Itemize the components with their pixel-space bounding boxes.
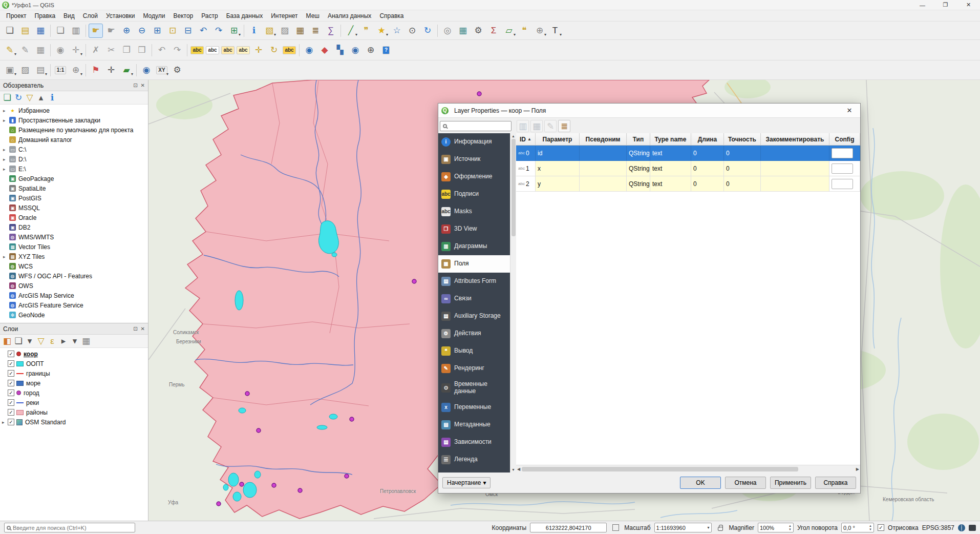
browser-item-ows[interactable]: ◍OWS	[0, 281, 148, 291]
properties-tab-labels[interactable]: abcПодписи	[438, 186, 510, 203]
layer-checkbox[interactable]: ✓	[8, 419, 14, 425]
new-print-layout-button[interactable]: ❏	[53, 24, 68, 38]
browser-item-postgis[interactable]: ▣PostGIS	[0, 193, 148, 203]
current-edits-button[interactable]: ✎▾	[3, 43, 17, 57]
browser-item-oracle[interactable]: ▣Oracle	[0, 213, 148, 222]
python-console-button[interactable]: ▚	[333, 43, 347, 57]
sum-features-button[interactable]: Σ	[486, 24, 501, 38]
save-edits-button[interactable]: ▦	[33, 43, 48, 57]
properties-tab-symbology[interactable]: ◈Оформление	[438, 168, 510, 186]
browser-item-drive[interactable]: ▸▭C:\	[0, 145, 148, 154]
browser-item-drive[interactable]: ▸▭E:\	[0, 164, 148, 174]
toggle-multiedit-button[interactable]: ▥	[517, 120, 529, 132]
zoom-to-selection-button[interactable]: ⊡	[165, 24, 180, 38]
filter-by-expression-button[interactable]: ε	[47, 336, 57, 346]
new-bookmark-button[interactable]: ★▾	[374, 24, 389, 38]
layer-item-коор[interactable]: ✓коор	[0, 349, 148, 359]
dialog-close-button[interactable]: ✕	[842, 107, 857, 114]
collapse-all-button[interactable]: ▴	[36, 93, 46, 103]
properties-tab-joins[interactable]: ∞Связи	[438, 290, 510, 307]
new-map-view-button[interactable]: ⊞▾	[227, 24, 241, 38]
globe-icon[interactable]	[958, 524, 965, 531]
properties-tab-fields[interactable]: ▦Поля	[438, 255, 510, 273]
menu-Модули[interactable]: Модули	[139, 11, 169, 21]
new-field-button[interactable]: ▦	[530, 120, 543, 132]
field-name-cell[interactable]: y	[536, 176, 580, 192]
extent-toggle-icon[interactable]	[610, 523, 621, 533]
properties-tab-source[interactable]: ▣Источник	[438, 151, 510, 168]
refresh-map-button[interactable]: ↻	[420, 24, 435, 38]
options-wrench-button[interactable]: ⚙	[170, 63, 184, 77]
zoom-native-button[interactable]: 1:1	[53, 63, 68, 77]
processing-toolbox-button[interactable]: ⚙	[471, 24, 485, 38]
deselect-features-button[interactable]: ▨	[278, 24, 292, 38]
globe-tool-button[interactable]: ◉	[348, 43, 363, 57]
column-header-Закомментировать[interactable]: Закомментировать	[761, 133, 829, 146]
menu-Анализ данных[interactable]: Анализ данных	[324, 11, 375, 21]
pin-labels-button[interactable]: abc	[221, 43, 235, 57]
style-manager-button[interactable]: ◆	[317, 43, 332, 57]
field-comment-cell[interactable]	[761, 176, 829, 192]
menu-Интернет[interactable]: Интернет	[267, 11, 302, 21]
coordinate-xy-button[interactable]: XY▾	[155, 63, 169, 77]
help-button[interactable]: Справка	[815, 477, 856, 489]
measure-area-button[interactable]: ▱▾	[502, 24, 516, 38]
scroll-right-icon[interactable]: ▶	[856, 467, 859, 471]
crs-status[interactable]: EPSG:3857	[922, 524, 954, 531]
layer-item-границы[interactable]: ✓границы	[0, 368, 148, 378]
browser-item-wcs[interactable]: ◍WCS	[0, 261, 148, 271]
column-header-Тип[interactable]: Тип	[627, 133, 650, 146]
browser-properties-button[interactable]: ℹ	[47, 93, 57, 103]
style-menu-button[interactable]: Начертание ▾	[442, 477, 491, 488]
magnifier-tool-button[interactable]: ⊕▾	[69, 63, 83, 77]
properties-tab-qgis-server[interactable]: QQGIS Server	[438, 468, 510, 473]
zoom-out-button[interactable]: ⊖	[135, 24, 149, 38]
properties-tab-attributes-form[interactable]: ▤Attributes Form	[438, 273, 510, 290]
save-project-button[interactable]: ▦	[33, 24, 48, 38]
scroll-up-icon[interactable]: ▲	[512, 134, 515, 138]
change-label-button[interactable]: abc	[282, 43, 296, 57]
browser-item-arcgis-map[interactable]: ◍ArcGIS Map Service	[0, 291, 148, 300]
field-type-cell[interactable]: QString	[627, 146, 650, 161]
field-alias-cell[interactable]	[580, 161, 627, 176]
open-attribute-table-button[interactable]: ▦	[293, 24, 307, 38]
annotation-button[interactable]: ❝	[517, 24, 531, 38]
rotation-spinbox[interactable]: 0,0 ° ▲▼	[841, 523, 874, 532]
properties-tab-legend[interactable]: ☰Легенда	[438, 451, 510, 468]
undo-button[interactable]: ↶	[155, 43, 169, 57]
layer-checkbox[interactable]: ✓	[8, 360, 14, 367]
field-name-cell[interactable]: id	[536, 146, 580, 161]
new-shapefile-layer-button[interactable]: ▰▾	[119, 63, 134, 77]
browser-item-arcgis-feature[interactable]: ◍ArcGIS Feature Service	[0, 300, 148, 310]
dialog-search-input[interactable]	[440, 121, 512, 131]
move-label-button[interactable]: ✛	[251, 43, 266, 57]
browser-item-geopackage[interactable]: ▣GeoPackage	[0, 174, 148, 183]
properties-tab-auxiliary-storage[interactable]: ▤Auxiliary Storage	[438, 307, 510, 325]
field-alias-cell[interactable]	[580, 176, 627, 192]
scrollbar-thumb[interactable]	[512, 139, 516, 236]
column-header-Параметр[interactable]: Параметр	[536, 133, 580, 146]
messages-icon[interactable]	[969, 525, 976, 531]
properties-tab-metadata[interactable]: ▤Метаданные	[438, 416, 510, 434]
properties-tab-temporal[interactable]: ⊙Временные данные	[438, 377, 510, 399]
column-header-Config[interactable]: Config	[829, 133, 860, 146]
menu-Вектор[interactable]: Вектор	[169, 11, 197, 21]
new-project-button[interactable]: ❏	[3, 24, 17, 38]
close-button[interactable]: ✕	[957, 0, 980, 10]
expand-arrow-icon[interactable]: ▸	[2, 420, 8, 425]
field-comment-cell[interactable]	[761, 161, 829, 176]
properties-tab-masks[interactable]: abcMasks	[438, 203, 510, 220]
layer-item-ООПТ[interactable]: ✓ООПТ	[0, 359, 148, 368]
browser-item-wfs[interactable]: ◍WFS / OGC API - Features	[0, 271, 148, 281]
field-type-cell[interactable]: QString	[627, 161, 650, 176]
help-contents-button[interactable]: ?	[379, 43, 393, 57]
lock-scale-icon[interactable]	[715, 523, 726, 533]
vertex-tool-button[interactable]: ✛▾	[69, 43, 83, 57]
edit-field-button[interactable]: ✎	[544, 120, 557, 132]
expand-arrow-icon[interactable]: ▸	[3, 118, 9, 123]
properties-tab-3d-view[interactable]: ❒3D View	[438, 220, 510, 238]
table-scrollbar[interactable]: ◀ ▶	[516, 465, 860, 473]
column-header-Точность[interactable]: Точность	[724, 133, 761, 146]
minimize-button[interactable]: —	[911, 0, 934, 10]
field-row[interactable]: abc0idQStringtext00	[516, 146, 860, 161]
